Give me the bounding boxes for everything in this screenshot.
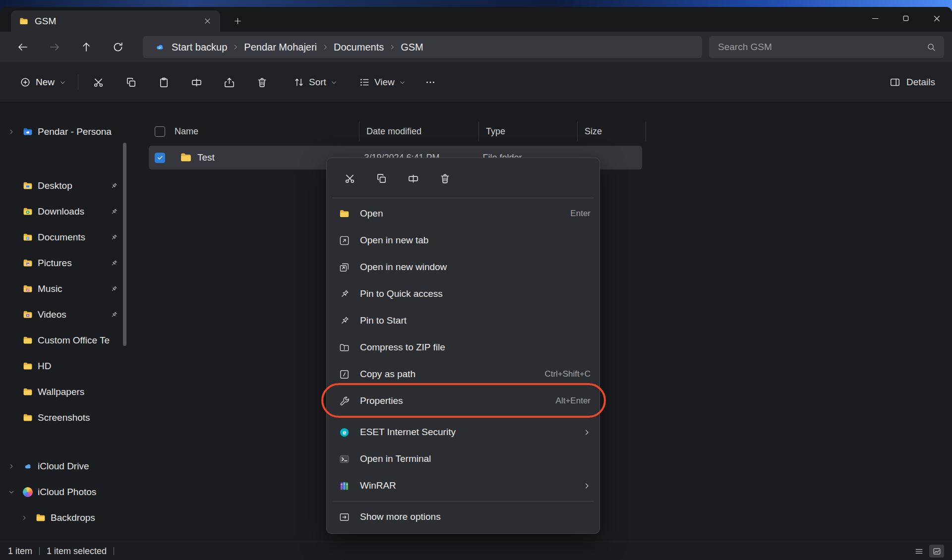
maximize-button[interactable] xyxy=(891,7,921,30)
large-thumbnails-view-toggle[interactable] xyxy=(929,545,944,558)
menu-item-properties[interactable]: Properties Alt+Enter xyxy=(330,388,596,414)
column-header-type[interactable]: Type xyxy=(478,121,577,141)
status-divider xyxy=(114,547,114,555)
breadcrumb-pendar-mohajeri[interactable]: Pendar Mohajeri xyxy=(240,42,321,53)
sidebar-item-desktop[interactable]: Desktop xyxy=(2,173,123,198)
sidebar-item-label: Downloads xyxy=(38,206,105,217)
new-button-label: New xyxy=(36,77,55,88)
column-header-date-modified[interactable]: Date modified xyxy=(359,121,478,141)
select-all-checkbox[interactable] xyxy=(155,126,165,137)
menu-item-pin-to-quick-access[interactable]: Pin to Quick access xyxy=(330,280,596,307)
more-options-button[interactable] xyxy=(419,71,441,93)
minimize-button[interactable] xyxy=(860,7,891,30)
plus-circle-icon xyxy=(20,77,31,88)
chevron-right-icon xyxy=(231,44,240,51)
sidebar-item-wallpapers[interactable]: Wallpapers xyxy=(2,380,123,404)
view-button[interactable]: View xyxy=(353,70,412,94)
cut-button[interactable] xyxy=(337,166,362,191)
details-pane-icon xyxy=(890,77,900,88)
new-tab-button[interactable] xyxy=(228,11,247,30)
rename-button[interactable] xyxy=(184,70,208,94)
selection-count: 1 item selected xyxy=(47,546,107,557)
pin-icon xyxy=(108,182,120,190)
menu-separator xyxy=(333,416,594,417)
menu-item-winrar[interactable]: WinRAR xyxy=(330,472,596,499)
chevron-right-icon xyxy=(5,463,18,469)
details-view-toggle[interactable] xyxy=(911,545,926,558)
search-icon[interactable] xyxy=(926,42,936,52)
back-button[interactable] xyxy=(12,36,34,58)
sidebar-scrollbar[interactable] xyxy=(123,143,126,346)
up-button[interactable] xyxy=(75,36,97,58)
breadcrumb-gsm[interactable]: GSM xyxy=(397,42,427,53)
sidebar-item-label: Screenshots xyxy=(38,412,120,423)
menu-item-open-in-terminal[interactable]: Open in Terminal xyxy=(330,446,596,472)
sidebar-item-pictures[interactable]: Pictures xyxy=(2,251,123,276)
menu-item-open-in-new-tab[interactable]: Open in new tab xyxy=(330,227,596,254)
command-bar: New Sort xyxy=(0,62,952,103)
item-count: 1 item xyxy=(8,546,32,557)
view-icon xyxy=(359,77,370,88)
tab-close-icon[interactable] xyxy=(199,13,215,29)
copy-button[interactable] xyxy=(119,70,143,94)
sidebar-gap xyxy=(0,145,127,172)
tab-gsm[interactable]: GSM xyxy=(11,10,220,32)
column-header-name[interactable]: Name xyxy=(175,126,198,137)
new-button[interactable]: New xyxy=(13,70,73,94)
sidebar-item-documents[interactable]: Documents xyxy=(2,225,123,250)
refresh-button[interactable] xyxy=(107,36,129,58)
folder-icon xyxy=(179,151,192,164)
sidebar-item-music[interactable]: Music xyxy=(2,277,123,301)
sidebar-item-label: Documents xyxy=(38,232,105,243)
menu-item-open-in-new-window[interactable]: Open in new window xyxy=(330,254,596,280)
sidebar-item-screenshots[interactable]: Screenshots xyxy=(2,405,123,430)
paste-button[interactable] xyxy=(152,70,176,94)
breadcrumb[interactable]: Start backup Pendar Mohajeri Documents G… xyxy=(143,36,702,58)
sidebar-item-custom-office-templates[interactable]: Custom Office Te xyxy=(2,328,123,353)
menu-item-eset-internet-security[interactable]: e ESET Internet Security xyxy=(330,419,596,446)
sort-icon xyxy=(294,77,304,88)
row-checkbox[interactable] xyxy=(155,153,165,163)
column-header-size[interactable]: Size xyxy=(577,121,646,141)
menu-item-compress-to-zip[interactable]: Compress to ZIP file xyxy=(330,334,596,361)
sidebar-item-pendar-personal[interactable]: Pendar - Persona xyxy=(2,119,123,144)
menu-item-show-more-options[interactable]: Show more options xyxy=(330,504,596,530)
delete-button[interactable] xyxy=(432,166,458,191)
sidebar-item-label: HD xyxy=(38,361,120,372)
wrench-icon xyxy=(338,395,351,407)
folder-icon xyxy=(21,412,35,423)
sidebar-item-downloads[interactable]: Downloads xyxy=(2,199,123,224)
cut-button[interactable] xyxy=(86,70,110,94)
close-button[interactable] xyxy=(921,7,952,30)
breadcrumb-label: Start backup xyxy=(172,42,227,53)
menu-item-open[interactable]: Open Enter xyxy=(330,200,596,227)
chevron-down-icon xyxy=(399,79,406,86)
forward-button[interactable] xyxy=(44,36,65,58)
sort-button-label: Sort xyxy=(309,77,326,88)
sidebar-item-backdrops[interactable]: Backdrops xyxy=(2,505,123,530)
copy-button[interactable] xyxy=(368,166,394,191)
rename-button[interactable] xyxy=(400,166,426,191)
menu-item-pin-to-start[interactable]: Pin to Start xyxy=(330,307,596,334)
chevron-right-icon xyxy=(18,515,31,521)
sidebar-item-hd[interactable]: HD xyxy=(2,354,123,379)
menu-separator xyxy=(333,198,594,198)
delete-button[interactable] xyxy=(250,70,274,94)
details-pane-button[interactable]: Details xyxy=(886,70,939,94)
sort-button[interactable]: Sort xyxy=(288,70,343,94)
search-input[interactable] xyxy=(717,41,926,53)
icloud-drive-icon xyxy=(21,461,35,472)
sidebar-item-label: Videos xyxy=(38,309,105,320)
share-button[interactable] xyxy=(217,70,241,94)
winrar-icon xyxy=(338,480,351,492)
breadcrumb-start-backup[interactable]: Start backup xyxy=(150,41,231,53)
breadcrumb-documents[interactable]: Documents xyxy=(330,42,388,53)
sidebar-item-icloud-drive[interactable]: iCloud Drive xyxy=(2,454,123,479)
search-box[interactable] xyxy=(709,36,944,58)
breadcrumb-label: Documents xyxy=(334,42,384,53)
menu-item-copy-as-path[interactable]: Copy as path Ctrl+Shift+C xyxy=(330,361,596,388)
sidebar-item-videos[interactable]: Videos xyxy=(2,302,123,327)
chevron-down-icon xyxy=(331,79,337,86)
desktop-folder-icon xyxy=(21,180,35,191)
sidebar-item-icloud-photos[interactable]: iCloud Photos xyxy=(2,480,123,504)
